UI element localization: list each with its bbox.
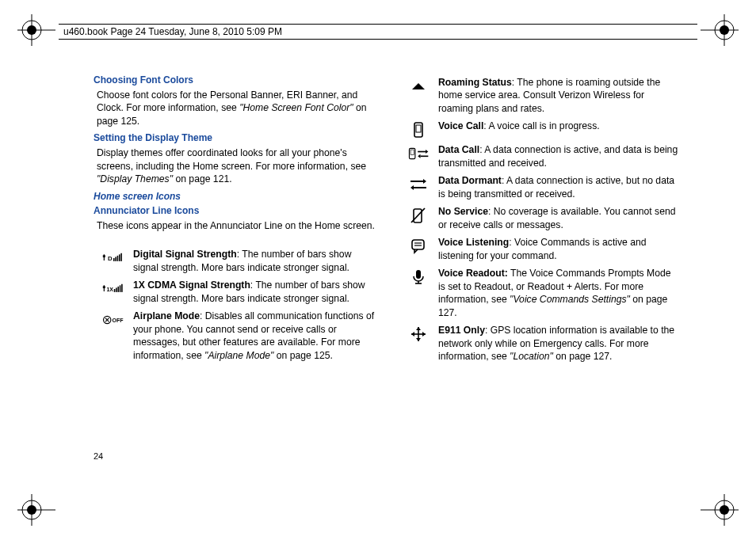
svg-marker-55 — [411, 332, 414, 337]
icon-row-roaming: Roaming Status: The phone is roaming out… — [399, 76, 680, 115]
page-number: 24 — [94, 451, 103, 461]
icon-row-voice-listening: Voice Listening: Voice Commands is activ… — [399, 236, 680, 262]
document-header: u460.book Page 24 Tuesday, June 8, 2010 … — [59, 24, 697, 40]
svg-text:OFF: OFF — [112, 318, 124, 323]
page-body: Choosing Font Colors Choose font colors … — [94, 73, 680, 461]
svg-rect-18 — [115, 257, 116, 261]
left-column: Choosing Font Colors Choose font colors … — [94, 73, 375, 461]
svg-rect-26 — [120, 286, 121, 293]
voice-call-icon — [399, 120, 438, 139]
icon-row-voice-readout: Voice Readout: The Voice Commands Prompt… — [399, 267, 680, 319]
para-display-theme: Display themes offer coordinated looks f… — [97, 146, 375, 185]
svg-marker-56 — [422, 332, 426, 337]
svg-rect-21 — [120, 253, 122, 261]
svg-rect-32 — [416, 125, 421, 132]
svg-text:1X: 1X — [106, 287, 113, 292]
svg-rect-24 — [116, 288, 117, 292]
icon-row-airplane-mode: OFF Airplane Mode: Disables all communic… — [94, 310, 375, 362]
heading-home-screen-icons: Home screen Icons — [94, 191, 375, 202]
svg-rect-20 — [119, 255, 120, 262]
data-call-icon — [399, 143, 438, 162]
no-service-icon — [399, 205, 438, 224]
svg-rect-19 — [117, 256, 119, 261]
svg-rect-48 — [416, 270, 421, 279]
voice-readout-icon — [399, 267, 438, 286]
svg-rect-17 — [113, 258, 115, 261]
icon-row-1x-signal: 1X 1X CDMA Signal Strength: The number o… — [94, 279, 375, 305]
right-column: Roaming Status: The phone is roaming out… — [399, 73, 680, 461]
svg-marker-54 — [416, 338, 421, 341]
svg-marker-38 — [418, 154, 420, 158]
svg-rect-27 — [121, 284, 123, 292]
svg-rect-45 — [412, 240, 424, 249]
svg-marker-36 — [426, 150, 428, 154]
cdma-1x-signal-icon: 1X — [94, 279, 133, 298]
svg-rect-34 — [410, 150, 414, 155]
svg-marker-53 — [416, 327, 421, 330]
icon-row-voice-call: Voice Call: A voice call is in progress. — [399, 120, 680, 139]
svg-text:D: D — [108, 255, 113, 262]
crop-mark-br — [701, 491, 739, 529]
svg-marker-40 — [423, 179, 426, 184]
icon-row-data-dormant: Data Dormant: A data connection is activ… — [399, 174, 680, 200]
roaming-icon — [399, 76, 438, 95]
para-font-colors: Choose font colors for the Personal Bann… — [97, 89, 375, 127]
data-dormant-icon — [399, 174, 438, 193]
crop-mark-tl — [17, 11, 55, 49]
icon-row-digital-signal: D Digital Signal Strength: The number of… — [94, 248, 375, 274]
voice-listening-icon — [399, 236, 438, 255]
svg-marker-30 — [412, 83, 425, 89]
e911-icon — [399, 324, 438, 343]
crop-mark-bl — [17, 491, 55, 529]
crop-mark-tr — [701, 11, 739, 49]
heading-display-theme: Setting the Display Theme — [94, 132, 375, 143]
heading-annunciator-line-icons: Annunciator Line Icons — [94, 205, 375, 216]
para-annunciator: These icons appear in the Annunciator Li… — [97, 219, 375, 232]
airplane-mode-icon: OFF — [94, 310, 133, 329]
digital-signal-icon: D — [94, 248, 133, 267]
svg-rect-23 — [114, 289, 116, 292]
icon-row-e911: E911 Only: GPS location information is a… — [399, 324, 680, 363]
document-header-text: u460.book Page 24 Tuesday, June 8, 2010 … — [63, 26, 282, 37]
svg-rect-25 — [117, 287, 119, 292]
svg-marker-42 — [410, 185, 414, 190]
icon-row-no-service: No Service: No coverage is available. Yo… — [399, 205, 680, 231]
heading-font-colors: Choosing Font Colors — [94, 74, 375, 86]
icon-row-data-call: Data Call: A data connection is active, … — [399, 143, 680, 169]
